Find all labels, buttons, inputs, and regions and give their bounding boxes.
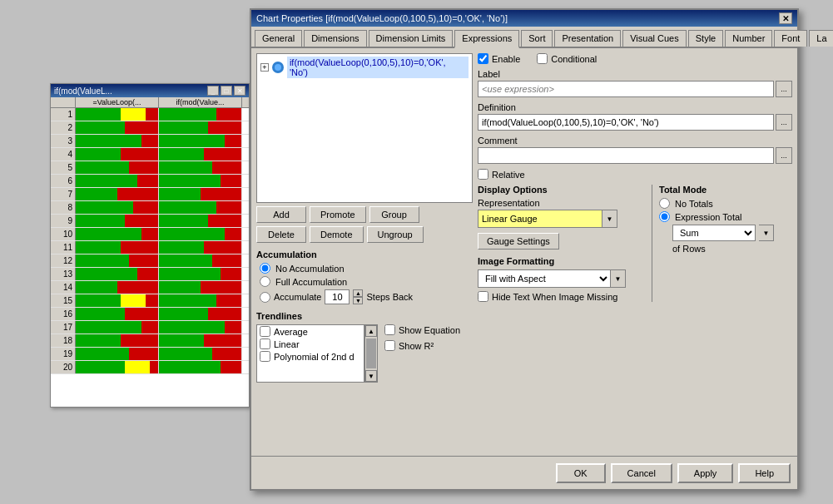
no-totals-option[interactable]: No Totals <box>659 198 792 209</box>
steps-input[interactable] <box>325 289 350 304</box>
enable-checkbox[interactable] <box>478 53 488 64</box>
trendlines-section: Trendlines AverageLinearPolynomial of 2n… <box>256 311 473 383</box>
relative-checkbox[interactable] <box>478 169 488 180</box>
minimize-btn[interactable]: _ <box>207 86 219 96</box>
ok-button[interactable]: OK <box>556 463 606 483</box>
gauge-settings-button[interactable]: Gauge Settings <box>478 233 559 250</box>
image-format-select[interactable]: Fill with AspectStretchFill <box>478 269 611 288</box>
expression-total-option[interactable]: Expression Total <box>659 211 792 222</box>
bar-container-2 <box>159 148 241 161</box>
no-accumulation-option[interactable]: No Accumulation <box>260 263 473 274</box>
tab-visual-cues[interactable]: Visual Cues <box>622 30 687 47</box>
ungroup-button[interactable]: Ungroup <box>367 226 424 243</box>
spreadsheet-title: if(mod(ValueL... <box>54 86 112 96</box>
spinner-down[interactable]: ▼ <box>353 297 363 304</box>
table-row: 12 <box>51 254 249 268</box>
tab-dimension-limits[interactable]: Dimension Limits <box>369 30 454 47</box>
representation-row: Linear GaugeBarLineSymbolStock ▼ <box>478 210 645 228</box>
enable-check[interactable]: Enable <box>478 53 520 64</box>
bar-red-2 <box>225 321 241 334</box>
sum-dropdown-arrow[interactable]: ▼ <box>759 225 774 241</box>
bar-green <box>76 201 133 214</box>
bar-green <box>76 135 141 147</box>
bar-container-2 <box>159 334 241 347</box>
expr-text: if(mod(ValueLoop(0,100,5),10)=0,'OK', 'N… <box>287 57 469 78</box>
dialog-close-btn[interactable]: ✕ <box>779 12 792 24</box>
bar-container-2 <box>159 188 241 200</box>
bar-container <box>76 348 158 360</box>
bar-green <box>76 241 121 254</box>
table-row: 1 <box>51 108 249 121</box>
table-row: 13 <box>51 268 249 281</box>
bar-green <box>76 161 129 174</box>
show-r2-check[interactable]: Show R² <box>384 340 460 351</box>
representation-dropdown-arrow[interactable]: ▼ <box>602 210 617 228</box>
add-button[interactable]: Add <box>256 206 306 223</box>
definition-btn[interactable]: ... <box>776 114 792 131</box>
trendline-checkbox[interactable] <box>260 338 270 349</box>
apply-button[interactable]: Apply <box>677 463 734 483</box>
tab-number[interactable]: Number <box>725 30 772 47</box>
show-r2-checkbox[interactable] <box>384 340 395 351</box>
full-accumulation-radio[interactable] <box>260 276 270 287</box>
promote-button[interactable]: Promote <box>310 206 366 223</box>
bar-green-2 <box>159 215 208 227</box>
group-button[interactable]: Group <box>369 206 419 223</box>
relative-check[interactable]: Relative <box>478 169 792 180</box>
demote-button[interactable]: Demote <box>310 226 364 243</box>
show-equation-checkbox[interactable] <box>384 324 395 335</box>
image-dropdown-arrow[interactable]: ▼ <box>611 269 626 288</box>
bar-container <box>76 241 158 254</box>
bar-red <box>121 241 158 254</box>
tab-dimensions[interactable]: Dimensions <box>304 30 366 47</box>
sum-select[interactable]: SumAverageCount <box>672 225 756 241</box>
accumulate-radio[interactable] <box>260 292 270 303</box>
delete-button[interactable]: Delete <box>256 226 306 243</box>
label-btn[interactable]: ... <box>776 81 792 97</box>
expr-type-icon <box>272 62 284 73</box>
conditional-check[interactable]: Conditional <box>537 53 597 64</box>
hide-text-checkbox[interactable] <box>478 291 488 302</box>
trendlines-list[interactable]: AverageLinearPolynomial of 2nd d <box>256 324 364 383</box>
expression-total-radio[interactable] <box>659 211 670 222</box>
spinner-up[interactable]: ▲ <box>353 289 363 297</box>
help-button[interactable]: Help <box>738 463 791 483</box>
label-input[interactable] <box>478 81 774 97</box>
tab-expressions[interactable]: Expressions <box>454 30 519 48</box>
bar-green-2 <box>159 281 201 294</box>
scroll-up-btn[interactable]: ▲ <box>365 325 377 337</box>
bar-red-2 <box>225 228 241 240</box>
close-btn[interactable]: ✕ <box>234 86 245 96</box>
maximize-btn[interactable]: □ <box>221 86 232 96</box>
tab-font[interactable]: Font <box>774 30 807 47</box>
expand-icon[interactable]: + <box>260 63 269 72</box>
tab-presentation[interactable]: Presentation <box>554 30 621 47</box>
accumulate-row: Accumulate ▲ ▼ Steps Back <box>260 289 473 304</box>
comment-input[interactable] <box>478 147 774 164</box>
comment-field-label: Comment <box>478 136 792 146</box>
tab-style[interactable]: Style <box>688 30 723 47</box>
tab-general[interactable]: General <box>255 30 302 47</box>
full-accumulation-option[interactable]: Full Accumulation <box>260 276 473 287</box>
expression-tree[interactable]: + if(mod(ValueLoop(0,100,5),10)=0,'OK', … <box>256 53 473 203</box>
show-equation-check[interactable]: Show Equation <box>384 324 460 335</box>
conditional-checkbox[interactable] <box>537 53 548 64</box>
tab-la[interactable]: La <box>809 30 833 47</box>
trendlines-label: Trendlines <box>256 311 473 321</box>
table-row: 15 <box>51 294 249 308</box>
no-accumulation-radio[interactable] <box>260 263 270 274</box>
hide-text-check[interactable]: Hide Text When Image Missing <box>478 291 645 302</box>
representation-select[interactable]: Linear GaugeBarLineSymbolStock <box>478 210 602 228</box>
definition-input[interactable] <box>478 114 774 131</box>
tab-sort[interactable]: Sort <box>521 30 553 47</box>
trendline-checkbox[interactable] <box>260 351 270 362</box>
cancel-button[interactable]: Cancel <box>611 463 672 483</box>
scroll-down-btn[interactable]: ▼ <box>365 370 377 382</box>
bar-red-2 <box>216 108 241 121</box>
bar-red-2 <box>208 308 241 320</box>
trendline-checkbox[interactable] <box>260 326 270 337</box>
no-totals-radio[interactable] <box>659 198 670 209</box>
spinner-arrows: ▲ ▼ <box>353 289 363 304</box>
bar-container-2 <box>159 215 241 227</box>
comment-btn[interactable]: ... <box>776 147 792 164</box>
